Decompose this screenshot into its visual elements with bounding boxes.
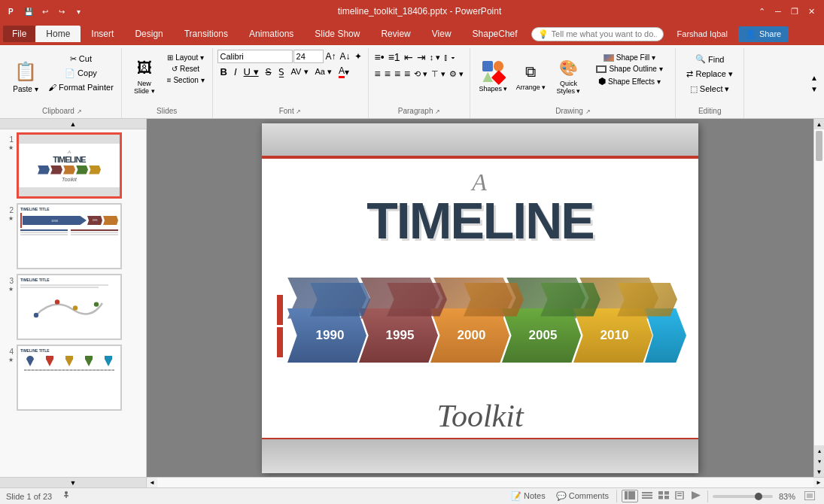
shape-outline-btn[interactable]: Shape Outline ▾ (588, 64, 670, 74)
center-btn[interactable]: ≡ (383, 66, 392, 81)
canvas-main[interactable]: A TIMELINE (147, 119, 813, 477)
columns-btn[interactable]: ⫿ ▾ (442, 51, 457, 63)
arrange-button[interactable]: ⧉ Arrange ▾ (512, 50, 549, 104)
fit-to-window-btn[interactable] (801, 490, 818, 502)
slide-image-3[interactable]: TIMELINE TITLE (17, 274, 122, 340)
zoom-level-btn[interactable]: 83% (776, 491, 798, 502)
italic-btn[interactable]: I (231, 65, 240, 78)
scroll-page-down[interactable]: ▾ (814, 456, 824, 466)
right-scrollbar[interactable]: ▲ ▴ ▾ ▼ (813, 119, 824, 477)
slide-panel-scroll-up[interactable]: ▲ (0, 119, 146, 129)
outline-view-btn[interactable] (640, 490, 655, 502)
arrow-2000[interactable]: 2000 (430, 308, 509, 363)
slide-thumb-3[interactable]: 3 ★ TIMELINE TITLE (3, 274, 143, 340)
ribbon-collapse-btn[interactable]: ⌃ (755, 5, 768, 18)
quick-styles-button[interactable]: 🎨 QuickStyles ▾ (550, 50, 586, 104)
slide-thumb-2[interactable]: 2 ★ TIMELINE TITLE 1990 1995 (3, 203, 143, 269)
decrease-font-btn[interactable]: A↓ (339, 50, 352, 63)
scroll-up-btn[interactable]: ▲ (814, 119, 824, 129)
shape-effects-btn[interactable]: ⬢ Shape Effects ▾ (588, 75, 670, 87)
reading-view-btn[interactable] (673, 490, 686, 502)
slide-image-2[interactable]: TIMELINE TITLE 1990 1995 (17, 203, 122, 269)
align-left-btn[interactable]: ≡ (373, 66, 382, 81)
minimize-btn[interactable]: ─ (771, 5, 785, 18)
bullets-btn[interactable]: ≡• (373, 50, 386, 65)
replace-btn[interactable]: ⇄ Replace ▾ (680, 68, 738, 80)
arrow-1995[interactable]: 1995 (359, 308, 438, 363)
normal-view-btn[interactable] (622, 490, 638, 502)
bold-btn[interactable]: B (217, 65, 230, 78)
layout-button[interactable]: ⊞ Layout ▾ (164, 53, 208, 62)
tab-review[interactable]: Review (370, 26, 421, 42)
text-direction-btn[interactable]: ⟲ ▾ (412, 68, 429, 80)
share-button[interactable]: 👤 Share (738, 26, 789, 42)
tab-design[interactable]: Design (124, 26, 173, 42)
scroll-page-up[interactable]: ▴ (814, 445, 824, 456)
arrow-2005[interactable]: 2005 (502, 308, 581, 363)
strikethrough-btn[interactable]: S (263, 66, 275, 78)
char-spacing-btn[interactable]: AV ▾ (288, 66, 312, 77)
tab-shapechef[interactable]: ShapeChef (462, 26, 528, 42)
line-spacing-btn[interactable]: ↕ ▾ (428, 51, 442, 64)
section-button[interactable]: ≡ Section ▾ (164, 75, 208, 85)
slideshow-view-btn[interactable] (688, 490, 703, 502)
arrow-1990[interactable]: 1990 (287, 308, 366, 363)
tell-me-box[interactable]: 💡 (531, 27, 664, 41)
accessibility-btn[interactable] (58, 490, 74, 503)
slide-image-4[interactable]: TIMELINE TITLE (17, 345, 122, 411)
numbering-btn[interactable]: ≡1 (387, 50, 402, 65)
tell-me-input[interactable] (552, 29, 657, 38)
decrease-indent-btn[interactable]: ⇤ (403, 50, 415, 65)
underline-btn[interactable]: U ▾ (241, 65, 262, 78)
tab-home[interactable]: Home (35, 26, 81, 42)
shadow-btn[interactable]: S̲ (275, 66, 287, 78)
tab-view[interactable]: View (421, 26, 462, 42)
font-color-btn[interactable]: A ▾ (336, 65, 352, 79)
slide-panel-scroll-down[interactable]: ▼ (0, 477, 146, 487)
arrow-2010[interactable]: 2010 (573, 308, 652, 363)
select-btn[interactable]: ⬚ Select ▾ (680, 83, 738, 96)
horizontal-scrollbar[interactable]: ◄ ► (147, 477, 824, 487)
comments-btn[interactable]: 💬 Comments (553, 490, 612, 502)
cut-button[interactable]: ✂ Cut (45, 53, 117, 65)
align-text-btn[interactable]: ⊤ ▾ (430, 68, 447, 80)
hscroll-left-btn[interactable]: ◄ (147, 478, 157, 488)
undo-icon[interactable]: ↩ (39, 5, 51, 17)
scroll-down-btn[interactable]: ▼ (814, 466, 824, 477)
slide-thumb-4[interactable]: 4 ★ TIMELINE TITLE (3, 345, 143, 411)
smartart-btn[interactable]: ⚙ ▾ (448, 68, 465, 80)
file-tab[interactable]: File (3, 26, 35, 42)
increase-font-btn[interactable]: A↑ (324, 50, 338, 63)
change-case-btn[interactable]: Aa ▾ (312, 66, 336, 77)
find-btn[interactable]: 🔍 Find (680, 53, 738, 65)
new-slide-button[interactable]: 🖼 NewSlide ▾ (126, 50, 163, 104)
restore-btn[interactable]: ❐ (788, 5, 801, 18)
scroll-thumb[interactable] (816, 131, 822, 161)
slide-thumb-1[interactable]: 1 ★ A TIMELINE (3, 132, 143, 199)
ribbon-scroll-up[interactable]: ▲ (809, 72, 819, 83)
save-icon[interactable]: 💾 (23, 5, 35, 17)
tab-slideshow[interactable]: Slide Show (304, 26, 370, 42)
hscroll-track[interactable] (157, 478, 813, 487)
redo-icon[interactable]: ↪ (56, 5, 68, 17)
format-painter-button[interactable]: 🖌 Format Painter (45, 81, 117, 93)
copy-button[interactable]: 📄 Copy (45, 67, 117, 80)
slide-sorter-btn[interactable] (656, 490, 671, 502)
zoom-slider[interactable] (713, 495, 773, 498)
tab-insert[interactable]: Insert (81, 26, 124, 42)
justify-btn[interactable]: ≡ (403, 66, 412, 81)
align-right-btn[interactable]: ≡ (393, 66, 402, 81)
notes-btn[interactable]: 📝 Notes (508, 490, 549, 502)
increase-indent-btn[interactable]: ⇥ (415, 50, 427, 65)
shapes-button[interactable]: Shapes ▾ (475, 50, 511, 104)
tab-transitions[interactable]: Transitions (174, 26, 239, 42)
clear-format-btn[interactable]: ✦ (353, 50, 363, 63)
slide-panel-scroll[interactable]: 1 ★ A TIMELINE (0, 129, 146, 477)
close-btn[interactable]: ✕ (804, 5, 818, 18)
hscroll-right-btn[interactable]: ► (813, 478, 824, 488)
slide-image-1[interactable]: A TIMELINE Toolkit (17, 132, 122, 199)
paste-button[interactable]: 📋 Paste ▾ (8, 50, 44, 104)
customize-icon[interactable]: ▾ (72, 5, 84, 17)
tab-animations[interactable]: Animations (239, 26, 304, 42)
shape-fill-btn[interactable]: Shape Fill ▾ (588, 53, 670, 62)
